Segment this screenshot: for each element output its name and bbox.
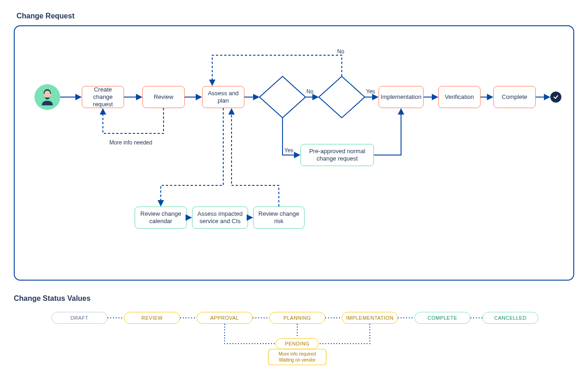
status-title: Change Status Values <box>14 294 90 303</box>
node-assess-impacted: Assess impacted service and CIs <box>192 207 248 229</box>
status-complete: COMPLETE <box>414 312 470 324</box>
node-pre-approved: Pre-approved normal change request <box>300 144 374 166</box>
node-complete: Complete <box>493 86 536 108</box>
status-implementation: IMPLEMENTATION <box>342 312 398 324</box>
label-yes-right: Yes <box>366 88 375 95</box>
status-review: REVIEW <box>124 312 180 324</box>
status-pending: PENDING <box>276 338 319 349</box>
pending-note-2: Waiting on vendor <box>279 357 316 362</box>
status-pending-notes: More info required Waiting on vendor <box>272 351 322 363</box>
node-change-approval: Change approval <box>321 90 362 104</box>
node-review-risk: Review change risk <box>253 207 305 229</box>
status-draft: DRAFT <box>51 312 107 324</box>
node-assess-and-plan: Assess and plan <box>202 86 244 108</box>
node-implementation: Implementation <box>379 86 424 108</box>
flow-container <box>14 25 574 281</box>
main-title: Change Request <box>17 12 74 20</box>
label-more-info-needed: More info needed <box>109 139 152 146</box>
label-no-right: No <box>306 88 313 95</box>
user-avatar-icon <box>34 84 60 110</box>
status-approval: APPROVAL <box>197 312 253 324</box>
status-cancelled: CANCELLED <box>482 312 538 324</box>
node-review: Review <box>142 86 185 108</box>
node-review-calendar: Review change calendar <box>135 207 187 229</box>
label-yes-down: Yes <box>284 147 294 154</box>
label-no-top: No <box>337 48 344 55</box>
node-standard-change: Standard change? <box>262 90 303 104</box>
node-verification: Verification <box>438 86 481 108</box>
status-planning: PLANNING <box>269 312 325 324</box>
node-create-change-request: Create change request <box>82 86 124 108</box>
pending-note-1: More info required <box>278 351 316 356</box>
end-icon <box>550 92 561 103</box>
